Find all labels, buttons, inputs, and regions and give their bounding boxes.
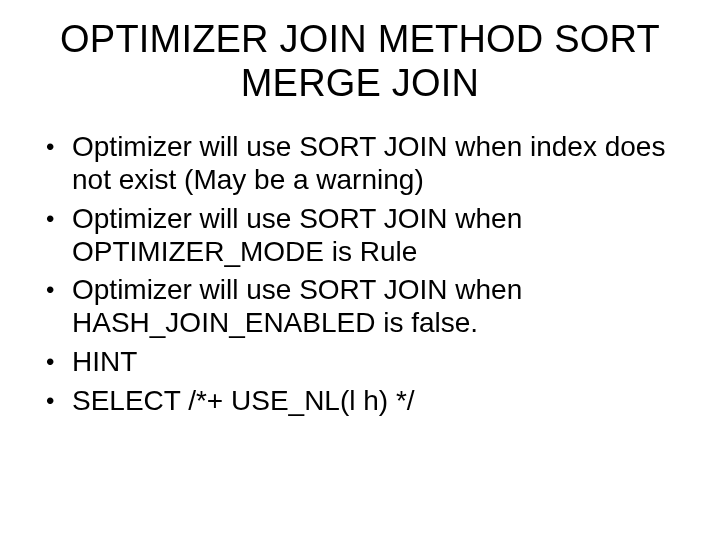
list-item: Optimizer will use SORT JOIN when index … <box>46 131 692 197</box>
slide: OPTIMIZER JOIN METHOD SORT MERGE JOIN Op… <box>0 0 720 540</box>
list-item: Optimizer will use SORT JOIN when HASH_J… <box>46 274 692 340</box>
slide-title: OPTIMIZER JOIN METHOD SORT MERGE JOIN <box>28 18 692 105</box>
list-item: HINT <box>46 346 692 379</box>
list-item: Optimizer will use SORT JOIN when OPTIMI… <box>46 203 692 269</box>
bullet-list: Optimizer will use SORT JOIN when index … <box>28 131 692 417</box>
list-item: SELECT /*+ USE_NL(l h) */ <box>46 385 692 418</box>
